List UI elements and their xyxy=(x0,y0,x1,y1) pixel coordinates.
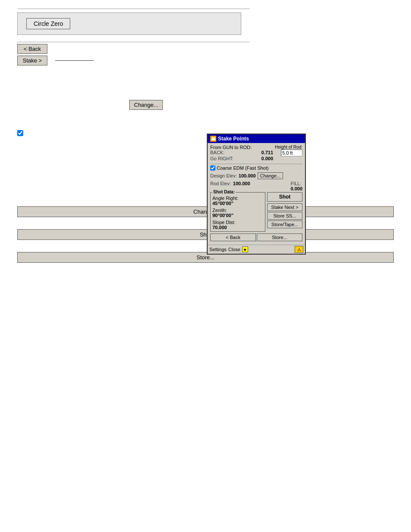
shot-data-label: Shot Data: xyxy=(212,190,236,194)
height-of-rod-label: Height of Rod: xyxy=(275,145,302,149)
star-icon[interactable]: ★ xyxy=(242,246,248,252)
checkbox-area xyxy=(17,130,394,137)
slope-dist-label: Slope Dist: xyxy=(212,220,263,225)
popup-shot-button[interactable]: Shot xyxy=(267,192,302,202)
go-right-value: 0.000 xyxy=(262,156,274,161)
zenith-label: Zenith: xyxy=(212,208,263,213)
popup-icon: 🏔 xyxy=(210,136,216,142)
top-divider xyxy=(17,9,250,9)
popup-bottom-row: < Back Store... xyxy=(210,233,302,241)
main-store-button[interactable]: Store... xyxy=(17,252,394,263)
header-box: Circle Zero xyxy=(17,12,241,35)
coarse-edm-row: Coarse EDM (Fast Shot) xyxy=(210,164,302,171)
design-elev-label: Design Elev: xyxy=(210,173,237,178)
angle-right-value: 45°00'00" xyxy=(212,201,263,206)
fill-value: 0.000 xyxy=(290,186,302,191)
design-elev-value: 100.000 xyxy=(239,173,256,178)
design-elev-row: Design Elev: 100.000 Change... xyxy=(210,172,302,179)
settings-label[interactable]: Settings xyxy=(209,247,227,252)
stake-button[interactable]: Stake > xyxy=(17,56,47,65)
stake-points-popup: 🏔 Stake Points From GUN to ROD: BACK: 0.… xyxy=(207,134,306,255)
slope-dist-row: Slope Dist: 70.000 xyxy=(212,220,263,230)
from-gun-left: From GUN to ROD: BACK: 0.711 Go RIGHT: 0… xyxy=(210,145,273,162)
shot-data-section: Shot Data: Angle Right: 45°00'00" Zenith… xyxy=(210,192,265,232)
popup-title: Stake Points xyxy=(218,136,249,142)
change-inline-area: Change... xyxy=(17,74,394,126)
fill-section: FILL: 0.000 xyxy=(290,181,302,191)
close-label[interactable]: Close xyxy=(228,247,240,252)
coarse-edm-checkbox[interactable] xyxy=(210,165,215,171)
popup-titlebar: 🏔 Stake Points xyxy=(208,134,305,143)
fill-label: FILL: xyxy=(290,181,301,186)
stake-row: Stake > xyxy=(17,56,394,65)
go-right-label: Go RIGHT: xyxy=(210,156,234,161)
back-row: < Back xyxy=(17,44,394,54)
main-shot-button[interactable]: Shot xyxy=(17,229,394,240)
height-of-rod-input[interactable] xyxy=(281,149,302,156)
main-change-button[interactable]: Change... xyxy=(17,206,394,217)
back-row: BACK: 0.711 xyxy=(210,150,273,155)
from-gun-right: Height of Rod: xyxy=(275,145,302,162)
zenith-value: 90°00'00" xyxy=(212,213,263,218)
angle-right-row: Angle Right: 45°00'00" xyxy=(212,196,263,206)
shot-data-actions: Shot Data: Angle Right: 45°00'00" Zenith… xyxy=(210,192,302,233)
from-gun-section: From GUN to ROD: BACK: 0.711 Go RIGHT: 0… xyxy=(210,145,302,162)
store-tape-button[interactable]: Store/Tape... xyxy=(267,221,302,228)
change-inline-button[interactable]: Change... xyxy=(129,100,163,110)
back-value: 0.711 xyxy=(262,150,274,155)
zenith-row: Zenith: 90°00'00" xyxy=(212,208,263,218)
popup-footer: Settings Close ★ ⚠ xyxy=(208,245,305,254)
popup-change-button[interactable]: Change... xyxy=(258,172,283,179)
go-right-row: Go RIGHT: 0.000 xyxy=(210,156,273,161)
page-title: Circle Zero xyxy=(26,18,70,29)
nav-buttons: < Back Stake > xyxy=(17,44,394,65)
popup-store-button[interactable]: Store... xyxy=(257,233,302,241)
warning-icon: ⚠ xyxy=(295,246,303,253)
store-ss-button[interactable]: Store SS... xyxy=(267,212,302,220)
back-label: BACK: xyxy=(210,150,224,155)
popup-back-button[interactable]: < Back xyxy=(210,233,256,241)
underline-decoration xyxy=(55,60,94,61)
section-divider-1 xyxy=(17,42,250,42)
action-buttons: Shot Stake Next > Store SS... Store/Tape… xyxy=(267,192,302,232)
stake-next-button[interactable]: Stake Next > xyxy=(267,203,302,211)
popup-body: From GUN to ROD: BACK: 0.711 Go RIGHT: 0… xyxy=(208,143,305,245)
slope-dist-value: 70.000 xyxy=(212,225,263,230)
from-gun-label: From GUN to ROD: xyxy=(210,145,273,150)
rod-elev-value: 100.000 xyxy=(233,181,250,186)
coarse-edm-label: Coarse EDM (Fast Shot) xyxy=(217,165,268,171)
back-button[interactable]: < Back xyxy=(17,44,47,54)
main-checkbox[interactable] xyxy=(17,130,23,136)
angle-right-label: Angle Right: xyxy=(212,196,263,201)
rod-elev-label: Rod Elev: xyxy=(210,181,231,186)
main-actions: Change... Shot Store... xyxy=(17,146,394,271)
